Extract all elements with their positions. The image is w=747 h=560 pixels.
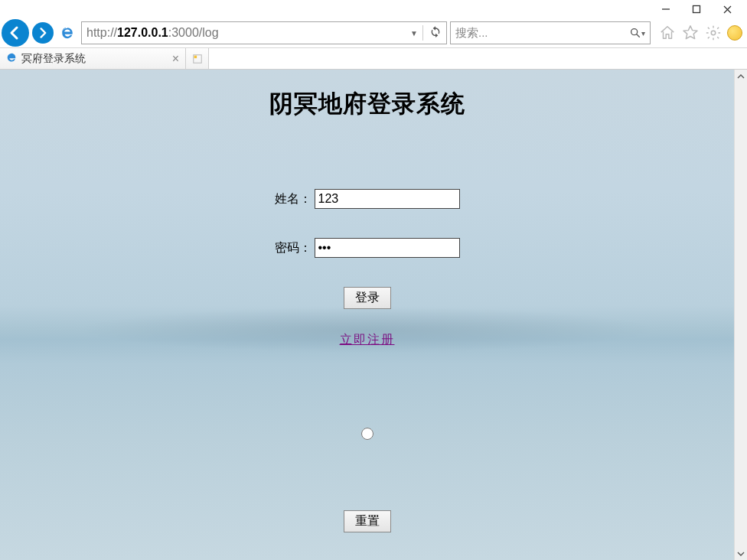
- name-label: 姓名：: [275, 191, 312, 207]
- favorites-icon[interactable]: [681, 24, 700, 42]
- password-row: 密码：: [0, 238, 734, 258]
- register-link[interactable]: 立即注册: [340, 332, 395, 348]
- refresh-button[interactable]: [422, 25, 442, 41]
- ie-favicon-icon: [6, 52, 17, 65]
- search-dropdown-icon[interactable]: ▾: [641, 29, 645, 37]
- back-button[interactable]: [2, 19, 29, 47]
- url-host: 127.0.0.1: [117, 26, 168, 40]
- window-titlebar: [0, 0, 747, 18]
- url-prefix: http://: [86, 26, 117, 40]
- name-input[interactable]: [315, 189, 460, 209]
- address-bar[interactable]: http://127.0.0.1:3000/log ▼: [81, 21, 447, 44]
- scroll-down-icon[interactable]: [735, 547, 747, 560]
- svg-rect-8: [194, 55, 197, 58]
- scroll-up-icon[interactable]: [735, 70, 747, 83]
- minimize-button[interactable]: [651, 1, 681, 18]
- login-row: 登录: [0, 287, 734, 309]
- svg-rect-1: [693, 6, 700, 13]
- vertical-scrollbar[interactable]: [734, 70, 747, 560]
- page-body: 阴冥地府登录系统 姓名： 密码： 登录 立即注册 重置: [0, 70, 734, 560]
- url-rest: :3000/log: [168, 26, 219, 40]
- password-label: 密码：: [275, 240, 312, 256]
- settings-icon[interactable]: [704, 24, 723, 42]
- password-input[interactable]: [315, 238, 460, 258]
- home-icon[interactable]: [658, 24, 677, 42]
- login-button[interactable]: 登录: [344, 287, 391, 309]
- content-wrap: 阴冥地府登录系统 姓名： 密码： 登录 立即注册 重置: [0, 70, 747, 560]
- smiley-icon[interactable]: [727, 25, 742, 41]
- ie-logo-icon: [60, 25, 75, 41]
- svg-point-4: [631, 29, 638, 35]
- browser-toolbar: http://127.0.0.1:3000/log ▼ 搜索... ▾: [0, 18, 747, 47]
- maximize-button[interactable]: [681, 1, 712, 18]
- tabs-bar: 冥府登录系统 ×: [0, 47, 747, 70]
- search-placeholder: 搜索...: [455, 26, 488, 41]
- new-tab-button[interactable]: [186, 48, 209, 69]
- reset-button[interactable]: 重置: [344, 510, 391, 532]
- tab-close-icon[interactable]: ×: [172, 52, 179, 66]
- radio-row: [0, 428, 734, 443]
- close-button[interactable]: [712, 1, 742, 18]
- tab-title: 冥府登录系统: [21, 52, 86, 66]
- name-row: 姓名：: [0, 189, 734, 209]
- svg-line-5: [637, 34, 639, 37]
- svg-point-6: [711, 31, 716, 35]
- tab-active[interactable]: 冥府登录系统 ×: [0, 48, 186, 69]
- search-bar[interactable]: 搜索... ▾: [450, 21, 651, 44]
- radio-option[interactable]: [361, 428, 374, 440]
- scroll-track[interactable]: [735, 83, 747, 547]
- login-form: 姓名： 密码： 登录 立即注册 重置: [0, 189, 734, 532]
- toolbar-right-icons: [658, 24, 742, 42]
- reset-row: 重置: [0, 510, 734, 532]
- search-button[interactable]: ▾: [629, 27, 645, 39]
- forward-button[interactable]: [32, 22, 54, 44]
- address-dropdown-icon[interactable]: ▼: [410, 29, 418, 37]
- page-title: 阴冥地府登录系统: [0, 70, 734, 120]
